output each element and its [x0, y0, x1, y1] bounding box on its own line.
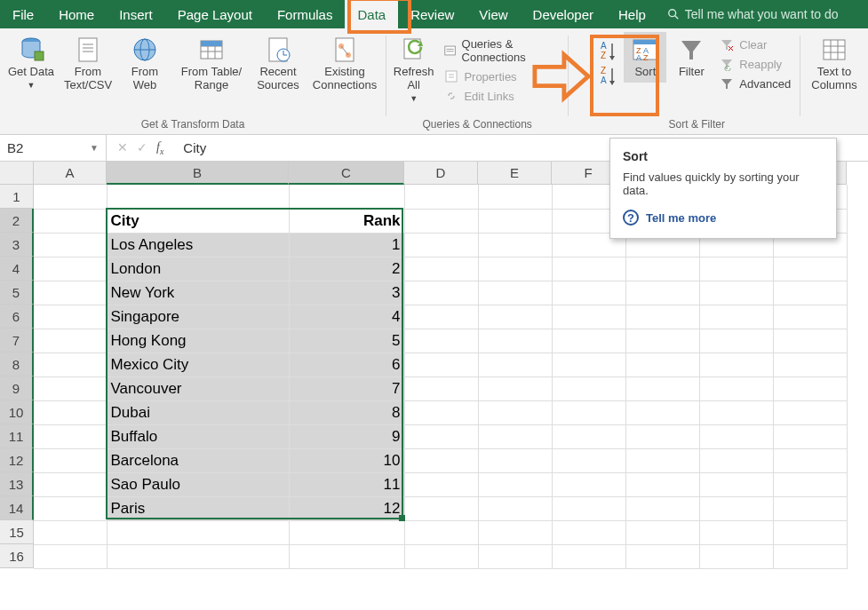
- row-header-2[interactable]: 2: [0, 209, 34, 233]
- cell-B2[interactable]: City: [107, 209, 289, 233]
- cell-D9[interactable]: [404, 376, 478, 400]
- row-header-12[interactable]: 12: [0, 448, 34, 472]
- column-header-C[interactable]: C: [289, 162, 404, 185]
- cell-C4[interactable]: 2: [289, 257, 404, 281]
- tell-me-search[interactable]: Tell me what you want to do: [658, 0, 848, 28]
- cell-A9[interactable]: [34, 376, 107, 400]
- cancel-icon[interactable]: ✕: [117, 140, 128, 154]
- cell-A13[interactable]: [34, 472, 107, 496]
- cell-A1[interactable]: [34, 185, 107, 209]
- cell-C8[interactable]: 6: [289, 353, 404, 376]
- cell-E8[interactable]: [478, 353, 552, 376]
- cell-F7[interactable]: [552, 329, 625, 353]
- tell-me-more-link[interactable]: ? Tell me more: [623, 210, 824, 226]
- cell-F6[interactable]: [552, 305, 625, 329]
- row-header-15[interactable]: 15: [0, 520, 34, 544]
- cell-C5[interactable]: 3: [289, 281, 404, 305]
- cell-D10[interactable]: [404, 400, 478, 424]
- cell-I7[interactable]: [773, 329, 847, 353]
- cell-D3[interactable]: [404, 233, 478, 257]
- from-web-button[interactable]: From Web: [119, 32, 171, 96]
- cell-I9[interactable]: [773, 376, 847, 400]
- cell-G7[interactable]: [625, 329, 699, 353]
- cell-I5[interactable]: [773, 281, 847, 305]
- cell-G16[interactable]: [625, 544, 699, 568]
- cell-I13[interactable]: [773, 472, 847, 496]
- existing-connections-button[interactable]: Existing Connections: [309, 32, 380, 96]
- cell-E5[interactable]: [478, 281, 552, 305]
- row-header-8[interactable]: 8: [0, 353, 34, 376]
- cell-C9[interactable]: 7: [289, 376, 404, 400]
- cell-D1[interactable]: [404, 185, 478, 209]
- row-header-6[interactable]: 6: [0, 305, 34, 329]
- cell-I6[interactable]: [773, 305, 847, 329]
- row-header-9[interactable]: 9: [0, 376, 34, 400]
- cell-I11[interactable]: [773, 424, 847, 448]
- cell-E9[interactable]: [478, 376, 552, 400]
- cell-E14[interactable]: [478, 496, 552, 520]
- cell-H7[interactable]: [699, 329, 773, 353]
- cell-I10[interactable]: [773, 400, 847, 424]
- cell-C14[interactable]: 12: [289, 496, 404, 520]
- cell-D13[interactable]: [404, 472, 478, 496]
- tab-page-layout[interactable]: Page Layout: [165, 0, 265, 28]
- cell-F16[interactable]: [552, 544, 625, 568]
- cell-H15[interactable]: [699, 520, 773, 544]
- cell-E1[interactable]: [478, 185, 552, 209]
- cell-E16[interactable]: [478, 544, 552, 568]
- tab-review[interactable]: Review: [398, 0, 466, 28]
- cell-F14[interactable]: [552, 496, 625, 520]
- cell-H16[interactable]: [699, 544, 773, 568]
- cell-B15[interactable]: [107, 520, 289, 544]
- cell-E7[interactable]: [478, 329, 552, 353]
- cell-B9[interactable]: Vancouver: [107, 376, 289, 400]
- cell-B16[interactable]: [107, 544, 289, 568]
- get-data-button[interactable]: Get Data▼: [5, 32, 57, 93]
- cell-G12[interactable]: [625, 448, 699, 472]
- cell-I14[interactable]: [773, 496, 847, 520]
- cell-H9[interactable]: [699, 376, 773, 400]
- cell-F11[interactable]: [552, 424, 625, 448]
- cell-H12[interactable]: [699, 448, 773, 472]
- cell-E10[interactable]: [478, 400, 552, 424]
- cell-B11[interactable]: Buffalo: [107, 424, 289, 448]
- row-header-7[interactable]: 7: [0, 329, 34, 353]
- cell-D11[interactable]: [404, 424, 478, 448]
- cell-A2[interactable]: [34, 209, 107, 233]
- column-header-A[interactable]: A: [34, 162, 107, 185]
- cell-E6[interactable]: [478, 305, 552, 329]
- cell-E2[interactable]: [478, 209, 552, 233]
- cell-D16[interactable]: [404, 544, 478, 568]
- cell-H14[interactable]: [699, 496, 773, 520]
- cell-B13[interactable]: Sao Paulo: [107, 472, 289, 496]
- cell-E11[interactable]: [478, 424, 552, 448]
- cell-A15[interactable]: [34, 520, 107, 544]
- cell-D2[interactable]: [404, 209, 478, 233]
- cell-G14[interactable]: [625, 496, 699, 520]
- cell-A10[interactable]: [34, 400, 107, 424]
- cell-A3[interactable]: [34, 233, 107, 257]
- cell-D7[interactable]: [404, 329, 478, 353]
- cell-H10[interactable]: [699, 400, 773, 424]
- reapply-filter-button[interactable]: Reapply: [716, 55, 794, 73]
- sort-asc-button[interactable]: AZ: [599, 39, 618, 64]
- row-header-5[interactable]: 5: [0, 281, 34, 305]
- cell-H8[interactable]: [699, 353, 773, 376]
- row-header-16[interactable]: 16: [0, 544, 34, 568]
- cell-E4[interactable]: [478, 257, 552, 281]
- cell-B1[interactable]: [107, 185, 289, 209]
- name-box[interactable]: B2▼: [0, 135, 107, 161]
- enter-icon[interactable]: ✓: [137, 140, 147, 154]
- from-table-range-button[interactable]: From Table/ Range: [176, 32, 247, 96]
- cell-B4[interactable]: London: [107, 257, 289, 281]
- cell-A8[interactable]: [34, 353, 107, 376]
- cell-E3[interactable]: [478, 233, 552, 257]
- advanced-filter-button[interactable]: Advanced: [716, 75, 794, 92]
- fx-icon[interactable]: fx: [156, 140, 163, 156]
- tab-file[interactable]: File: [0, 0, 46, 28]
- cell-C13[interactable]: 11: [289, 472, 404, 496]
- cell-A14[interactable]: [34, 496, 107, 520]
- cell-F15[interactable]: [552, 520, 625, 544]
- cell-C15[interactable]: [289, 520, 404, 544]
- column-header-B[interactable]: B: [107, 162, 289, 185]
